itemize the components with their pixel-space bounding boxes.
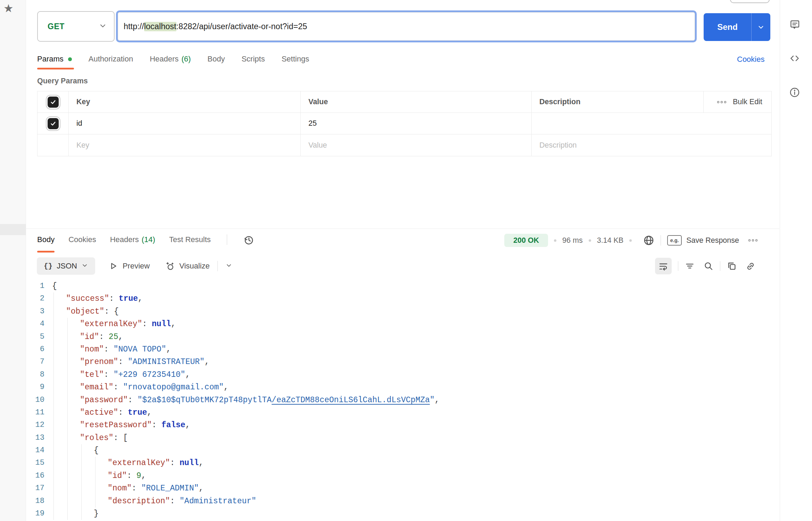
chevron-down-icon xyxy=(99,22,107,31)
code-token: { xyxy=(94,446,99,455)
response-tab-cookies[interactable]: Cookies xyxy=(68,235,96,244)
line-number: 15 xyxy=(26,457,44,469)
comment-icon[interactable] xyxy=(787,17,802,32)
code-text: "success": true, xyxy=(52,292,143,305)
preview-button[interactable]: Preview xyxy=(108,261,150,271)
more-dots-icon[interactable] xyxy=(747,238,759,243)
line-number: 11 xyxy=(26,406,44,419)
tab-label: Headers xyxy=(150,55,179,64)
link-icon[interactable] xyxy=(745,261,756,271)
code-token: , xyxy=(224,383,229,392)
search-icon[interactable] xyxy=(703,261,714,271)
code-snippet-icon[interactable] xyxy=(787,51,802,66)
send-options-dropdown[interactable] xyxy=(752,13,770,41)
column-header-value: Value xyxy=(301,91,532,113)
right-rail xyxy=(780,0,812,521)
param-description-cell[interactable] xyxy=(532,113,771,134)
code-token: , xyxy=(118,332,123,341)
visualize-button[interactable]: Visualize xyxy=(165,261,210,271)
param-value-cell[interactable]: Value xyxy=(301,134,532,156)
code-tools xyxy=(655,258,756,274)
active-tab-underline xyxy=(37,68,74,69)
url-segment: :8282/api/user/activate-or-not?id=25 xyxy=(176,22,307,31)
tab-label: Authorization xyxy=(89,55,133,64)
code-line: 5"id": 25, xyxy=(26,331,779,343)
response-tabs: BodyCookiesHeaders(14)Test Results xyxy=(37,232,254,247)
code-token: " xyxy=(430,396,435,405)
line-number: 5 xyxy=(26,331,44,343)
param-description-cell[interactable]: Description xyxy=(532,134,771,156)
copy-icon[interactable] xyxy=(727,261,737,271)
code-line: 11"active": true, xyxy=(26,406,779,419)
detected-link[interactable]: /eaZcTDM88ceOniLS6lCahL.dLsVCpMZa xyxy=(272,396,430,405)
method-select[interactable]: GET xyxy=(37,11,115,42)
param-key-cell[interactable]: Key xyxy=(69,134,301,156)
code-token: , xyxy=(185,370,190,379)
line-number: 4 xyxy=(26,318,44,330)
line-number: 17 xyxy=(26,482,44,495)
star-icon[interactable]: ★ xyxy=(3,3,14,14)
tab-settings[interactable]: Settings xyxy=(282,55,309,64)
tab-body[interactable]: Body xyxy=(207,55,225,64)
save-response-button[interactable]: Save Response xyxy=(686,236,739,245)
vertical-separator xyxy=(217,261,218,271)
query-params-table: KeyValueDescription Bulk Edit id25KeyVal… xyxy=(37,91,772,156)
response-tab-test-results[interactable]: Test Results xyxy=(169,235,211,244)
code-text: "tel": "+229 67235410", xyxy=(52,369,190,381)
more-dots-icon xyxy=(716,99,727,105)
code-text: "roles": [ xyxy=(52,432,128,444)
response-tab-body[interactable]: Body xyxy=(37,235,55,244)
code-token: "success" xyxy=(66,294,109,303)
filter-icon[interactable] xyxy=(685,261,695,271)
status-badge[interactable]: 200 OK xyxy=(504,234,548,247)
tab-count: (14) xyxy=(142,235,155,244)
code-token: : xyxy=(99,332,109,341)
code-text: { xyxy=(52,444,99,457)
tab-authorization[interactable]: Authorization xyxy=(89,55,133,64)
code-token: "nom" xyxy=(80,345,104,354)
code-token: true xyxy=(128,408,147,417)
send-button[interactable]: Send xyxy=(704,13,770,41)
url-input[interactable]: http://localhost:8282/api/user/activate-… xyxy=(118,12,695,41)
bulk-edit-label: Bulk Edit xyxy=(733,98,762,106)
wrap-lines-icon[interactable] xyxy=(655,258,672,274)
globe-icon[interactable] xyxy=(643,235,654,246)
line-number: 18 xyxy=(26,495,44,507)
tab-scripts[interactable]: Scripts xyxy=(241,55,265,64)
code-token: : xyxy=(114,383,123,392)
code-token: "tel" xyxy=(80,370,104,379)
example-badge-icon[interactable]: e.g. xyxy=(667,235,682,246)
response-body-editor[interactable]: 1{2"success": true,3"object": {4"externa… xyxy=(26,280,779,521)
code-line: 19} xyxy=(26,507,779,520)
param-key-cell[interactable]: id xyxy=(69,113,301,134)
code-text: "id": 9, xyxy=(52,470,146,482)
active-response-tab-underline xyxy=(37,251,55,253)
row-checkbox[interactable] xyxy=(48,97,59,108)
bulk-edit-button[interactable]: Bulk Edit xyxy=(708,98,762,106)
vertical-separator xyxy=(720,261,720,271)
dot-separator xyxy=(554,239,556,242)
info-icon[interactable] xyxy=(787,85,802,100)
row-checkbox[interactable] xyxy=(48,118,59,129)
checkbox-check-icon xyxy=(50,120,57,127)
tab-params[interactable]: Params xyxy=(37,55,72,64)
chevron-down-icon[interactable] xyxy=(225,262,232,270)
history-icon[interactable] xyxy=(243,234,254,245)
line-number: 12 xyxy=(26,419,44,431)
code-token: , xyxy=(185,421,190,430)
cookies-link[interactable]: Cookies xyxy=(737,55,764,64)
line-number: 19 xyxy=(26,507,44,520)
code-text: "id": 25, xyxy=(52,331,123,343)
format-select[interactable]: {} JSON xyxy=(37,257,95,275)
code-line: 7"prenom": "ADMINISTRATEUR", xyxy=(26,356,779,368)
response-tab-headers[interactable]: Headers(14) xyxy=(110,235,155,244)
code-token: : xyxy=(109,294,119,303)
param-value-cell[interactable]: 25 xyxy=(301,113,532,134)
response-status-row: 200 OK 96 ms 3.14 KB e.g. Save Response xyxy=(504,233,759,247)
checkbox-check-icon xyxy=(50,99,57,106)
code-token: : xyxy=(127,471,136,480)
pane-divider[interactable] xyxy=(26,229,779,229)
tab-headers[interactable]: Headers(6) xyxy=(150,55,191,64)
code-token: "active" xyxy=(80,408,118,417)
code-token: : xyxy=(142,320,152,329)
